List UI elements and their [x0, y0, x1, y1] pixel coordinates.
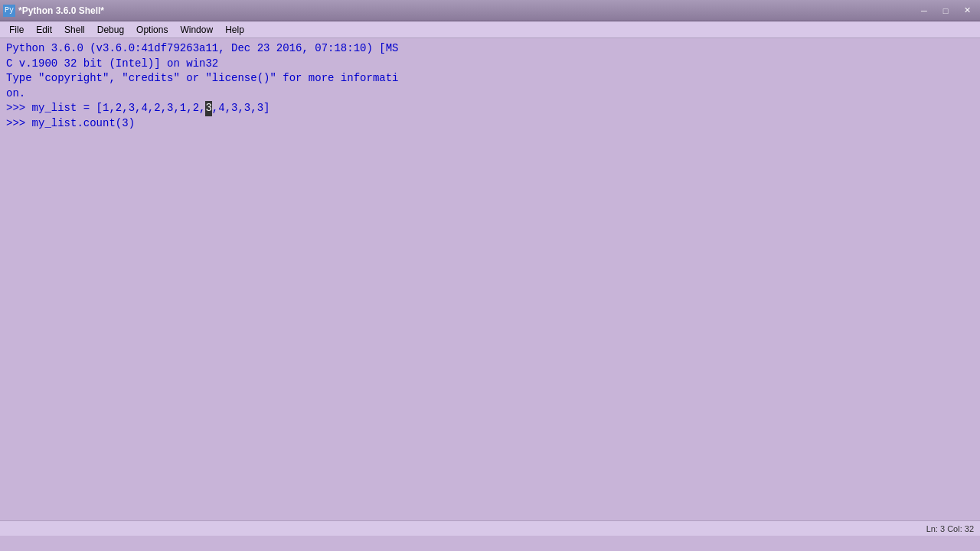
menu-options[interactable]: Options	[130, 23, 174, 37]
maximize-button[interactable]: □	[936, 3, 956, 18]
menu-file[interactable]: File	[3, 23, 30, 37]
menu-window[interactable]: Window	[174, 23, 219, 37]
menu-edit[interactable]: Edit	[30, 23, 58, 37]
code-line-2: >>> my_list.count(3)	[6, 116, 974, 132]
prompt-1: >>>	[6, 101, 32, 116]
welcome-line-4: on.	[6, 86, 974, 102]
prompt-2: >>>	[6, 116, 32, 132]
close-button[interactable]: ✕	[957, 3, 977, 18]
code-line-1: >>> my_list = [1,2,3,4,2,3,1,2,3,4,3,3,3…	[6, 101, 974, 116]
welcome-line-2: C v.1900 32 bit (Intel)] on win32	[6, 57, 974, 72]
menu-shell[interactable]: Shell	[58, 23, 91, 37]
status-text: Ln: 3 Col: 32	[926, 524, 974, 533]
menu-debug[interactable]: Debug	[91, 23, 130, 37]
welcome-line-3: Type "copyright", "credits" or "license(…	[6, 71, 974, 86]
menu-help[interactable]: Help	[219, 23, 250, 37]
code-line-1-before-cursor: my_list = [1,2,3,4,2,3,1,2,	[32, 101, 206, 116]
title-bar: Py *Python 3.6.0 Shell* ─ □ ✕	[0, 0, 980, 21]
code-line-1-after-cursor: ,4,3,3,3]	[212, 101, 270, 116]
app-icon: Py	[3, 5, 15, 17]
title-bar-left: Py *Python 3.6.0 Shell*	[3, 5, 104, 17]
cursor: 3	[205, 101, 211, 116]
shell-content[interactable]: Python 3.6.0 (v3.6.0:41df79263a11, Dec 2…	[0, 38, 980, 536]
minimize-button[interactable]: ─	[914, 3, 934, 18]
shell-output: Python 3.6.0 (v3.6.0:41df79263a11, Dec 2…	[6, 41, 974, 132]
app-icon-text: Py	[5, 6, 14, 15]
code-line-2-text: my_list.count(3)	[32, 116, 135, 132]
status-bar: Ln: 3 Col: 32	[0, 520, 980, 536]
window-title: *Python 3.6.0 Shell*	[18, 5, 104, 16]
menu-bar: File Edit Shell Debug Options Window Hel…	[0, 21, 980, 38]
welcome-line-1: Python 3.6.0 (v3.6.0:41df79263a11, Dec 2…	[6, 41, 974, 57]
window-controls: ─ □ ✕	[914, 3, 977, 18]
